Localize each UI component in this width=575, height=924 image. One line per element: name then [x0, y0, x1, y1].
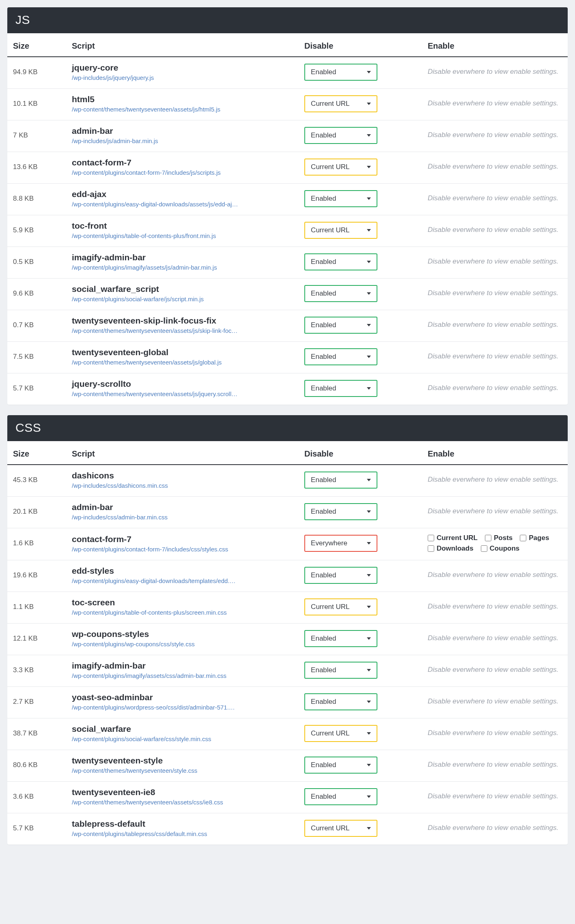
disable-select[interactable]: Enabled: [304, 693, 377, 710]
enable-note: Disable everwhere to view enable setting…: [428, 289, 562, 298]
script-name: dashicons: [72, 471, 293, 480]
script-size: 1.1 KB: [7, 592, 66, 624]
disable-select[interactable]: Current URL: [304, 222, 377, 239]
disable-select[interactable]: Enabled: [304, 348, 377, 365]
script-path-link[interactable]: /wp-content/plugins/wp-coupons/css/style…: [72, 641, 293, 647]
script-path-link[interactable]: /wp-content/themes/twentyseventeen/asset…: [72, 799, 293, 806]
script-cell: edd-styles/wp-content/plugins/easy-digit…: [66, 560, 299, 592]
script-path-link[interactable]: /wp-content/plugins/table-of-contents-pl…: [72, 232, 293, 239]
enable-checkbox-label: Posts: [494, 534, 513, 542]
disable-select[interactable]: Enabled: [304, 757, 377, 774]
enable-note: Disable everwhere to view enable setting…: [428, 475, 562, 485]
chevron-down-icon: [365, 667, 373, 674]
script-name: tablepress-default: [72, 819, 293, 829]
disable-cell: Enabled: [299, 750, 422, 782]
disable-select[interactable]: Everywhere: [304, 535, 377, 552]
checkbox-input[interactable]: [428, 545, 434, 552]
disable-select-value: Enabled: [311, 635, 336, 643]
disable-select[interactable]: Enabled: [304, 64, 377, 81]
enable-note: Disable everwhere to view enable setting…: [428, 257, 562, 266]
disable-select[interactable]: Enabled: [304, 472, 377, 489]
enable-cell: Current URLPostsPagesDownloadsCoupons: [422, 528, 568, 560]
enable-cell: Disable everwhere to view enable setting…: [422, 718, 568, 750]
disable-select[interactable]: Enabled: [304, 317, 377, 334]
script-path-link[interactable]: /wp-content/plugins/social-warfare/js/sc…: [72, 296, 293, 302]
enable-checkbox-posts[interactable]: Posts: [485, 534, 513, 542]
enable-checkbox-label: Coupons: [490, 545, 520, 553]
script-path-link[interactable]: /wp-content/plugins/easy-digital-downloa…: [72, 201, 293, 208]
script-path-link[interactable]: /wp-content/plugins/imagify/assets/css/a…: [72, 672, 293, 679]
script-size: 38.7 KB: [7, 718, 66, 750]
script-path-link[interactable]: /wp-content/plugins/contact-form-7/inclu…: [72, 546, 293, 553]
script-path-link[interactable]: /wp-content/themes/twentyseventeen/asset…: [72, 327, 293, 334]
disable-select-value: Enabled: [311, 508, 336, 516]
disable-select-value: Enabled: [311, 666, 336, 674]
enable-checkbox-pages[interactable]: Pages: [520, 534, 549, 542]
checkbox-input[interactable]: [520, 535, 526, 541]
script-cell: toc-screen/wp-content/plugins/table-of-c…: [66, 592, 299, 624]
disable-select[interactable]: Current URL: [304, 159, 377, 176]
script-path-link[interactable]: /wp-content/themes/twentyseventeen/asset…: [72, 390, 293, 397]
enable-checkbox-current-url[interactable]: Current URL: [428, 534, 478, 542]
script-cell: wp-coupons-styles/wp-content/plugins/wp-…: [66, 624, 299, 655]
disable-select[interactable]: Enabled: [304, 662, 377, 679]
column-header-script: Script: [66, 33, 299, 57]
column-header-disable: Disable: [299, 33, 422, 57]
enable-cell: Disable everwhere to view enable setting…: [422, 465, 568, 497]
disable-select[interactable]: Enabled: [304, 190, 377, 207]
script-path-link[interactable]: /wp-includes/js/admin-bar.min.js: [72, 137, 293, 144]
disable-cell: Enabled: [299, 497, 422, 528]
enable-note: Disable everwhere to view enable setting…: [428, 99, 562, 108]
disable-select-value: Enabled: [311, 289, 336, 298]
script-path-link[interactable]: /wp-content/plugins/imagify/assets/js/ad…: [72, 264, 293, 271]
enable-note: Disable everwhere to view enable setting…: [428, 665, 562, 675]
disable-select[interactable]: Enabled: [304, 630, 377, 647]
script-path-link[interactable]: /wp-content/themes/twentyseventeen/asset…: [72, 359, 293, 366]
css-panel: CSSSizeScriptDisableEnable45.3 KBdashico…: [7, 415, 568, 845]
script-path-link[interactable]: /wp-content/plugins/contact-form-7/inclu…: [72, 169, 293, 176]
disable-select[interactable]: Current URL: [304, 598, 377, 615]
script-size: 8.8 KB: [7, 184, 66, 215]
enable-cell: Disable everwhere to view enable setting…: [422, 750, 568, 782]
disable-cell: Enabled: [299, 782, 422, 813]
script-cell: contact-form-7/wp-content/plugins/contac…: [66, 528, 299, 560]
checkbox-input[interactable]: [428, 535, 434, 541]
table-row: 10.1 KBhtml5/wp-content/themes/twentysev…: [7, 89, 568, 120]
disable-select[interactable]: Current URL: [304, 725, 377, 742]
disable-select-value: Enabled: [311, 476, 336, 484]
disable-select[interactable]: Enabled: [304, 788, 377, 805]
script-name: twentyseventeen-ie8: [72, 787, 293, 797]
script-path-link[interactable]: /wp-content/themes/twentyseventeen/asset…: [72, 106, 293, 113]
script-path-link[interactable]: /wp-content/plugins/social-warfare/css/s…: [72, 735, 293, 742]
disable-select[interactable]: Enabled: [304, 567, 377, 584]
disable-select[interactable]: Enabled: [304, 127, 377, 144]
script-name: contact-form-7: [72, 534, 293, 544]
disable-select[interactable]: Enabled: [304, 380, 377, 397]
script-path-link[interactable]: /wp-includes/js/jquery/jquery.js: [72, 74, 293, 81]
script-size: 10.1 KB: [7, 89, 66, 120]
checkbox-input[interactable]: [485, 535, 491, 541]
enable-note: Disable everwhere to view enable setting…: [428, 384, 562, 393]
enable-note: Disable everwhere to view enable setting…: [428, 823, 562, 833]
enable-cell: Disable everwhere to view enable setting…: [422, 624, 568, 655]
disable-select[interactable]: Current URL: [304, 95, 377, 112]
script-path-link[interactable]: /wp-content/themes/twentyseventeen/style…: [72, 767, 293, 774]
enable-checkbox-downloads[interactable]: Downloads: [428, 545, 474, 553]
script-path-link[interactable]: /wp-content/plugins/wordpress-seo/css/di…: [72, 704, 293, 711]
script-path-link[interactable]: /wp-includes/css/admin-bar.min.css: [72, 514, 293, 521]
disable-select[interactable]: Current URL: [304, 820, 377, 837]
script-path-link[interactable]: /wp-content/plugins/easy-digital-downloa…: [72, 577, 293, 584]
script-cell: contact-form-7/wp-content/plugins/contac…: [66, 152, 299, 184]
script-path-link[interactable]: /wp-includes/css/dashicons.min.css: [72, 482, 293, 489]
script-size: 19.6 KB: [7, 560, 66, 592]
disable-select[interactable]: Enabled: [304, 503, 377, 520]
disable-select[interactable]: Enabled: [304, 285, 377, 302]
table-row: 80.6 KBtwentyseventeen-style/wp-content/…: [7, 750, 568, 782]
disable-cell: Enabled: [299, 120, 422, 152]
enable-checkbox-coupons[interactable]: Coupons: [481, 545, 520, 553]
checkbox-input[interactable]: [481, 545, 487, 552]
disable-select-value: Enabled: [311, 761, 336, 769]
script-path-link[interactable]: /wp-content/plugins/table-of-contents-pl…: [72, 609, 293, 616]
disable-select[interactable]: Enabled: [304, 253, 377, 270]
script-path-link[interactable]: /wp-content/plugins/tablepress/css/defau…: [72, 830, 293, 837]
